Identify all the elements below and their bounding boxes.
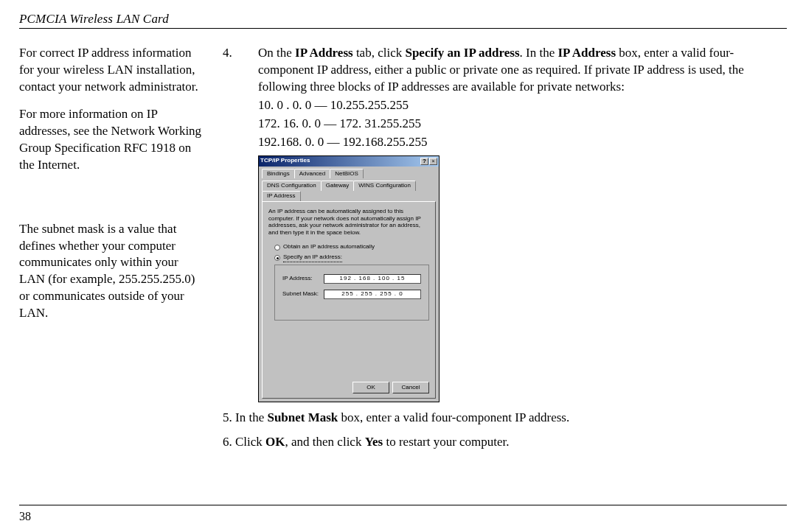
t: tab, click: [353, 46, 406, 60]
tab-dns[interactable]: DNS Configuration: [262, 181, 322, 191]
ok-button[interactable]: OK: [352, 382, 389, 393]
sidebar-note-1: For correct IP address information for y…: [19, 45, 202, 96]
t: , and then click: [285, 435, 365, 449]
radio-label: Specify an IP address:: [283, 253, 342, 262]
cancel-button[interactable]: Cancel: [392, 382, 429, 393]
steps-after: 5. In the Subnet Mask box, enter a valid…: [223, 410, 787, 451]
radio-icon: [274, 255, 280, 261]
dialog-title-buttons: ? ×: [420, 158, 437, 165]
t: . In the: [520, 46, 558, 60]
sidebar: For correct IP address information for y…: [19, 45, 202, 452]
footer-rule: [19, 505, 787, 505]
tab-gateway[interactable]: Gateway: [321, 181, 355, 191]
ip-address-input[interactable]: 192 . 168 . 100 . 15: [324, 274, 421, 284]
ip-address-row: IP Address: 192 . 168 . 100 . 15: [282, 274, 421, 284]
subnet-mask-label: Subnet Mask:: [282, 290, 324, 298]
t: IP Address: [557, 46, 616, 60]
step-4-text: On the IP Address tab, click Specify an …: [258, 45, 787, 96]
step-4-number: 4.: [223, 45, 237, 452]
close-icon[interactable]: ×: [429, 158, 437, 165]
radio-icon: [274, 245, 280, 251]
t: to restart your computer.: [383, 435, 509, 449]
tab-row-1: Bindings Advanced NetBIOS: [259, 167, 439, 179]
dialog-titlebar: TCP/IP Properties ? ×: [259, 156, 439, 167]
page-body: For correct IP address information for y…: [19, 45, 787, 452]
page-header-title: PCMCIA Wireless LAN Card: [19, 12, 787, 27]
step-4-content: On the IP Address tab, click Specify an …: [258, 45, 787, 452]
range-2: 172. 16. 0. 0 — 172. 31.255.255: [258, 116, 787, 133]
radio-specify-ip[interactable]: Specify an IP address:: [274, 253, 429, 262]
radio-group: Obtain an IP address automatically Speci…: [274, 243, 429, 321]
tab-advanced[interactable]: Advanced: [294, 169, 331, 179]
radio-obtain-auto[interactable]: Obtain an IP address automatically: [274, 243, 429, 251]
tcpip-dialog: TCP/IP Properties ? × Bindings Advanced …: [258, 155, 440, 402]
dialog-title-text: TCP/IP Properties: [260, 157, 310, 165]
t: 6. Click: [223, 435, 265, 449]
page-number: 38: [19, 510, 31, 523]
t: 5. In the: [223, 410, 267, 424]
tab-bindings[interactable]: Bindings: [262, 169, 295, 179]
main-content: 4. On the IP Address tab, click Specify …: [223, 45, 787, 452]
t: box, enter a valid four-component IP add…: [338, 410, 569, 424]
tab-ip-address[interactable]: IP Address: [262, 191, 301, 201]
tab-row-2: DNS Configuration Gateway WINS Configura…: [259, 178, 439, 201]
subnet-mask-input[interactable]: 255 . 255 . 255 . 0: [324, 290, 421, 299]
ip-address-label: IP Address:: [282, 275, 324, 283]
dialog-button-row: OK Cancel: [352, 382, 429, 393]
tab-netbios[interactable]: NetBIOS: [330, 169, 364, 179]
range-1: 10. 0 . 0. 0 — 10.255.255.255: [258, 97, 787, 114]
sidebar-note-2: For more information on IP addresses, se…: [19, 106, 202, 174]
tab-panel-ip: An IP address can be automatically assig…: [262, 201, 436, 399]
page-header: PCMCIA Wireless LAN Card: [19, 12, 787, 29]
t: IP Address: [295, 46, 353, 60]
panel-description: An IP address can be automatically assig…: [268, 208, 429, 236]
subnet-mask-row: Subnet Mask: 255 . 255 . 255 . 0: [282, 290, 421, 299]
t: Specify an IP address: [405, 46, 519, 60]
header-rule: [19, 28, 787, 29]
radio-label: Obtain an IP address automatically: [283, 243, 375, 251]
step-6: 6. Click OK, and then click Yes to resta…: [223, 434, 787, 451]
step-4: 4. On the IP Address tab, click Specify …: [223, 45, 787, 452]
ip-field-group: IP Address: 192 . 168 . 100 . 15 Subnet …: [274, 265, 429, 321]
help-icon[interactable]: ?: [420, 158, 428, 165]
range-3: 192.168. 0. 0 — 192.168.255.255: [258, 134, 787, 151]
tab-wins[interactable]: WINS Configuration: [353, 181, 416, 191]
t: OK: [265, 435, 285, 449]
step-5: 5. In the Subnet Mask box, enter a valid…: [223, 410, 787, 427]
sidebar-note-3: The subnet mask is a value that defines …: [19, 221, 202, 323]
t: On the: [258, 46, 295, 60]
t: Yes: [365, 435, 383, 449]
t: Subnet Mask: [267, 410, 338, 424]
